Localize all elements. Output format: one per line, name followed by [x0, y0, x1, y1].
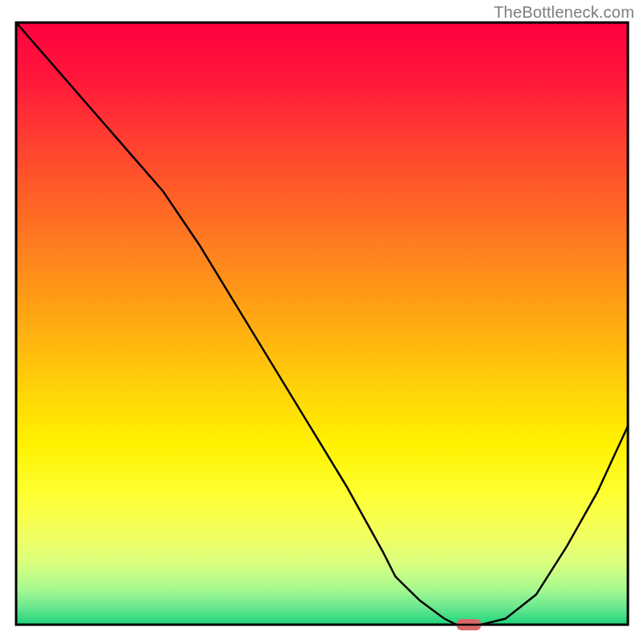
chart-svg — [0, 0, 644, 644]
chart-background-gradient — [16, 23, 628, 625]
chart-container: TheBottleneck.com — [0, 0, 644, 644]
watermark-text: TheBottleneck.com — [493, 3, 634, 22]
